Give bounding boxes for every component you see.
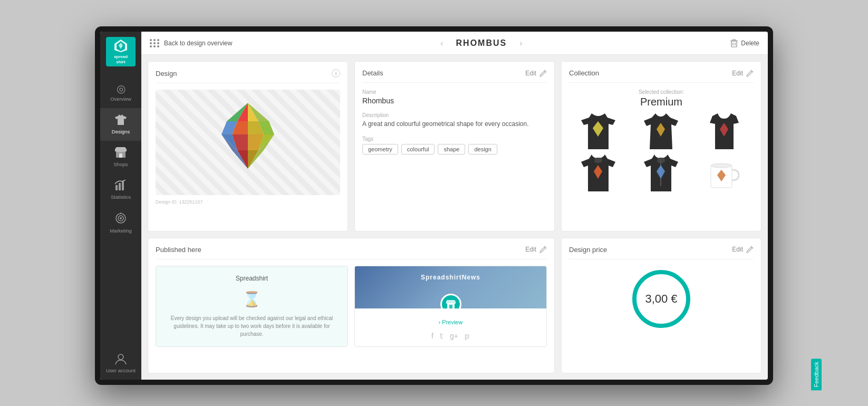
tag-colourful: colourful [401,144,435,154]
product-womens-1 [632,113,690,150]
delete-label: Delete [741,40,759,47]
price-circle: 3,00 € [569,270,754,328]
details-panel-title: Details [362,69,383,77]
collection-panel-title: Collection [569,69,599,77]
next-button[interactable]: › [519,38,522,48]
topbar: Back to design overview ‹ RHOMBUS › [141,32,768,55]
news-card-cover: SpreadshirtNews [355,266,546,308]
back-button[interactable]: Back to design overview [150,39,232,47]
facebook-icon[interactable]: f [431,332,433,340]
preview-link[interactable]: › Preview [439,319,463,325]
collection-panel-header: Collection Edit [569,69,754,83]
collection-panel: Collection Edit Selected collection: Pre… [561,61,761,231]
news-card: SpreadshirtNews [354,266,547,347]
prev-button[interactable]: ‹ [440,38,443,48]
stats-svg-icon [115,180,127,190]
collection-edit-icon [746,70,754,77]
logo-text: spreadshirt [114,54,128,64]
shops-icon [115,147,127,159]
tags-label: Tags [362,136,547,142]
overview-icon: ◎ [117,83,126,94]
shop-badge-icon [446,300,456,308]
product-tshirt-1 [569,113,628,150]
marketing-icon [115,212,127,226]
sidebar: spreadshirt ◎ Overview Desig [100,32,141,380]
description-value: A great and colourful geometrical shape … [362,120,547,129]
hourglass-icon: ⌛ [243,291,261,308]
sidebar-item-shops[interactable]: Shops [100,141,141,173]
news-shop-name-cover: SpreadshirtNews [355,266,546,281]
topbar-nav: ‹ RHOMBUS › [440,38,522,48]
sidebar-item-overview[interactable]: ◎ Overview [100,77,141,108]
overview-label: Overview [110,96,131,102]
published-edit-label: Edit [525,246,536,253]
design-id: Design ID: 132251157 [156,199,340,205]
news-card-shop-icon [440,294,461,308]
product-tank-svg [710,113,739,150]
trash-icon [730,39,738,47]
statistics-icon [115,180,127,192]
collection-selected-label: Selected collection: [569,89,754,95]
svg-rect-53 [449,305,452,308]
designs-label: Designs [112,129,130,134]
published-panel: Published here Edit [148,238,555,374]
product-womens-svg [644,113,678,150]
price-panel-header: Design price Edit [569,246,754,259]
svg-rect-5 [115,185,118,190]
svg-rect-7 [122,181,124,190]
spreadshirt-card-content: Spreadshirt ⌛ Every design you upload wi… [156,266,348,346]
news-card-content: › Preview f 𝕥 g+ 𝕡 [355,308,546,346]
sidebar-nav: ◎ Overview Designs [100,72,141,346]
tags-container: geometry colourful shape design [362,144,547,154]
shop-svg-icon [115,147,127,158]
sidebar-item-marketing[interactable]: Marketing [100,206,141,240]
svg-point-12 [118,354,123,360]
price-panel-title: Design price [569,246,607,254]
product-hoodie-2 [632,154,690,192]
product-hoodie-svg-2 [644,154,678,192]
sidebar-item-statistics[interactable]: Statistics [100,173,141,206]
shirt-icon [115,114,127,125]
design-preview [156,90,340,195]
user-account[interactable]: User account [104,346,138,380]
logo[interactable]: spreadshirt [106,37,136,66]
back-label: Back to design overview [164,40,232,47]
rhombus-svg [216,100,279,185]
product-tshirt-svg-1 [581,113,615,150]
details-panel-header: Details Edit [362,69,547,83]
product-grid [569,113,754,192]
price-ring: 3,00 € [632,270,690,328]
spreadshirt-card-title: Spreadshirt [236,275,268,282]
designs-icon [115,114,127,127]
collection-edit-button[interactable]: Edit [732,70,754,77]
published-panel-title: Published here [156,246,201,254]
svg-point-48 [711,163,732,168]
svg-rect-42 [594,158,602,163]
twitter-icon[interactable]: 𝕥 [440,332,443,340]
product-hoodie-1 [569,154,628,192]
user-icon [114,353,127,365]
svg-rect-13 [731,41,737,47]
googleplus-icon[interactable]: g+ [450,332,458,340]
published-edit-button[interactable]: Edit [525,246,547,253]
shops-label: Shops [114,161,128,167]
price-edit-button[interactable]: Edit [732,246,754,253]
details-panel: Details Edit Name Rhombus [354,61,555,231]
tag-shape: shape [438,144,465,154]
svg-rect-6 [119,183,121,190]
published-panel-header: Published here Edit [156,246,547,259]
pinterest-icon[interactable]: 𝕡 [465,332,470,340]
published-edit-icon [539,246,547,253]
collection-name: Premium [569,96,754,108]
price-panel: Design price Edit 3,00 € [561,238,761,374]
details-edit-button[interactable]: Edit [525,70,547,77]
name-field: Name Rhombus [362,89,547,105]
design-panel: Design i [148,61,348,231]
delete-button[interactable]: Delete [730,39,759,47]
design-info-button[interactable]: i [332,69,340,78]
statistics-label: Statistics [111,194,131,200]
feedback-button[interactable]: Feedback [811,359,822,390]
sidebar-item-designs[interactable]: Designs [100,108,141,141]
name-label: Name [362,89,547,95]
svg-point-10 [120,217,122,219]
